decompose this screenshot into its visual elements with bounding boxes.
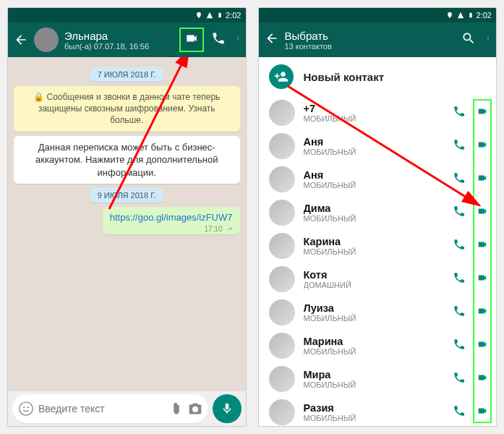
phone-icon (453, 338, 466, 351)
more-vert-icon (486, 31, 490, 46)
contact-info: Котя ДОМАШНИЙ (304, 269, 445, 289)
battery-icon (217, 11, 223, 20)
phone-icon (453, 404, 466, 417)
emoji-icon[interactable] (18, 401, 34, 417)
contact-name: Котя (304, 269, 445, 281)
video-call-button[interactable] (476, 106, 489, 119)
status-bar: 2:02 (8, 8, 246, 22)
video-call-button[interactable] (476, 339, 489, 352)
contact-type: МОБИЛЬНЫЙ (304, 114, 445, 123)
contact-avatar (269, 133, 295, 159)
contact-info: Аня МОБИЛЬНЫЙ (304, 136, 445, 156)
search-icon (461, 31, 476, 46)
back-button[interactable] (14, 33, 28, 47)
video-icon (476, 239, 489, 250)
message-time: 17:10 (204, 225, 234, 233)
contact-avatar (269, 200, 295, 226)
phone-icon (453, 238, 466, 251)
voice-call-button[interactable] (453, 404, 466, 420)
contact-header[interactable]: Эльнара был(-а) 07.07.18, 16:56 (64, 30, 176, 51)
contact-row[interactable]: Карина МОБИЛЬНЫЙ (259, 229, 497, 263)
video-call-button[interactable] (476, 239, 489, 252)
voice-call-button[interactable] (453, 271, 466, 287)
contact-row[interactable]: Дима МОБИЛЬНЫЙ (259, 196, 497, 229)
outgoing-message[interactable]: https://goo.gl/images/izFUW7 17:10 (103, 207, 240, 234)
video-call-button[interactable] (476, 173, 489, 186)
message-input-box[interactable] (12, 394, 208, 423)
voice-record-button[interactable] (213, 394, 242, 423)
chat-body[interactable]: 7 ИЮЛЯ 2018 Г. 🔒 Сообщения и звонки в да… (8, 57, 246, 391)
back-button[interactable] (265, 31, 279, 48)
contact-row[interactable]: Аня МОБИЛЬНЫЙ (259, 163, 497, 196)
video-call-button[interactable] (476, 273, 489, 286)
voice-call-button[interactable] (453, 171, 466, 187)
phone-icon (453, 138, 466, 151)
video-call-button[interactable] (476, 206, 489, 219)
contact-type: МОБИЛЬНЫЙ (304, 414, 445, 422)
contact-type: МОБИЛЬНЫЙ (304, 148, 445, 156)
video-call-button[interactable] (476, 140, 489, 153)
contact-avatar (269, 266, 295, 292)
signal-icon (456, 12, 465, 19)
contact-avatar (269, 100, 295, 126)
more-button[interactable] (486, 31, 490, 48)
phone-icon (453, 105, 466, 118)
contact-name: Карина (304, 236, 445, 247)
new-contact-row[interactable]: Новый контакт (259, 57, 497, 96)
video-icon (476, 306, 489, 316)
message-link[interactable]: https://goo.gl/images/izFUW7 (110, 212, 233, 223)
attach-icon[interactable] (169, 401, 184, 416)
contact-type: МОБИЛЬНЫЙ (304, 380, 445, 389)
video-icon (184, 32, 200, 45)
contact-row[interactable]: +7 МОБИЛЬНЫЙ (259, 96, 497, 129)
svg-point-5 (23, 407, 25, 408)
contact-name: Эльнара (64, 30, 176, 42)
battery-icon (468, 11, 474, 20)
contact-row[interactable]: Марина МОБИЛЬНЫЙ (259, 329, 497, 362)
video-icon (476, 140, 489, 150)
contact-row[interactable]: Котя ДОМАШНИЙ (259, 263, 497, 296)
video-icon (476, 273, 489, 283)
video-icon (476, 206, 489, 216)
voice-call-button[interactable] (211, 31, 226, 48)
video-icon (476, 173, 489, 183)
encryption-notice[interactable]: 🔒 Сообщения и звонки в данном чате тепер… (14, 86, 240, 132)
contact-name: Дима (304, 203, 445, 214)
voice-call-button[interactable] (453, 205, 466, 221)
message-input[interactable] (38, 403, 165, 414)
search-button[interactable] (461, 31, 476, 48)
contact-avatar[interactable] (34, 27, 59, 52)
voice-call-button[interactable] (453, 371, 466, 387)
contact-type: МОБИЛЬНЫЙ (304, 214, 445, 223)
voice-call-button[interactable] (453, 338, 466, 354)
video-icon (476, 373, 489, 383)
svg-point-7 (488, 37, 489, 38)
svg-point-9 (488, 39, 489, 40)
contact-row[interactable]: Аня МОБИЛЬНЫЙ (259, 129, 497, 163)
signal-icon (205, 12, 214, 19)
video-call-button[interactable] (476, 306, 489, 319)
camera-icon[interactable] (188, 401, 202, 416)
contact-type: МОБИЛЬНЫЙ (304, 347, 445, 356)
contact-name: Аня (304, 169, 445, 181)
voice-call-button[interactable] (453, 305, 466, 320)
contacts-list[interactable]: Новый контакт +7 МОБИЛЬНЫЙ Аня МОБИЛЬНЫЙ (259, 57, 497, 426)
contact-info: +7 МОБИЛЬНЫЙ (304, 103, 445, 123)
contact-row[interactable]: Луиза МОБИЛЬНЫЙ (259, 296, 497, 329)
video-call-button[interactable] (476, 406, 489, 419)
contact-row[interactable]: Разия МОБИЛЬНЫЙ (259, 396, 497, 426)
location-icon (446, 12, 453, 19)
business-notice[interactable]: Данная переписка может быть с бизнес-акк… (14, 136, 240, 184)
contact-name: Аня (304, 136, 445, 148)
contact-row[interactable]: Мира МОБИЛЬНЫЙ (259, 362, 497, 396)
clock: 2:02 (477, 11, 492, 20)
more-button[interactable] (236, 31, 240, 48)
chat-appbar: Эльнара был(-а) 07.07.18, 16:56 (8, 22, 246, 57)
voice-call-button[interactable] (453, 105, 466, 121)
arrow-back-icon (265, 31, 279, 46)
video-call-button[interactable] (476, 373, 489, 386)
phone-icon (453, 271, 466, 284)
video-call-button[interactable] (182, 30, 201, 49)
voice-call-button[interactable] (453, 238, 466, 254)
voice-call-button[interactable] (453, 138, 466, 154)
